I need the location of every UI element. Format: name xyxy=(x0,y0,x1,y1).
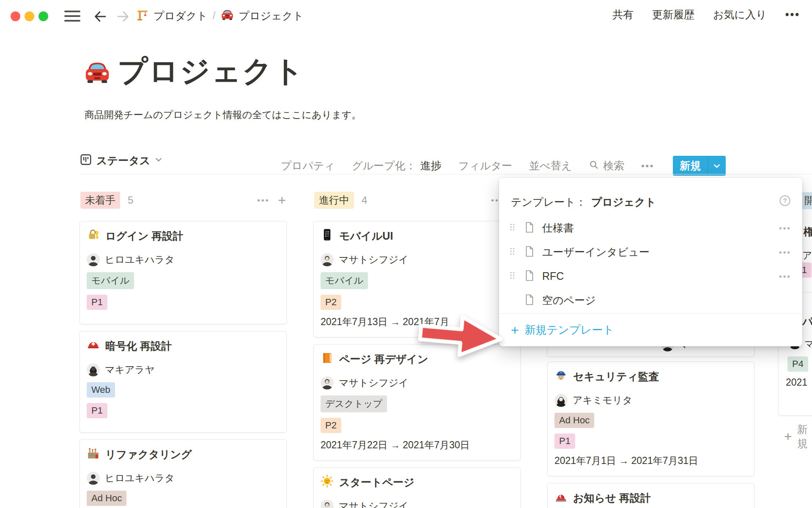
column-count: 5 xyxy=(128,194,133,206)
avatar xyxy=(87,253,100,266)
factory-icon xyxy=(87,447,100,462)
breadcrumb-label: プロダクト xyxy=(154,9,208,23)
card-title: モバイルUI xyxy=(339,229,393,243)
assignee-name: ヒロユキハラタ xyxy=(105,253,175,266)
lock-icon xyxy=(87,228,100,244)
zoom-window-button[interactable] xyxy=(38,11,48,21)
column-more-icon[interactable]: ••• xyxy=(257,196,269,205)
add-card-button[interactable]: + 新規 xyxy=(784,422,812,450)
board-card[interactable]: 暗号化 再設計 マキアラヤ Web P1 xyxy=(80,331,287,433)
avatar xyxy=(87,363,100,376)
tag: P4 xyxy=(787,356,808,372)
template-item-empty-page[interactable]: 空のページ xyxy=(499,288,802,312)
share-button[interactable]: 共有 xyxy=(612,8,634,22)
assignee-name: マサトシフジイ xyxy=(339,376,409,389)
group-by-button[interactable]: グループ化： 進捗 xyxy=(352,159,442,173)
column-status-badge[interactable]: 進行中 xyxy=(314,192,354,209)
chevron-down-icon xyxy=(154,155,163,166)
help-icon[interactable]: ? xyxy=(779,194,791,210)
tag: P2 xyxy=(321,418,341,433)
favorites-button[interactable]: お気に入り xyxy=(713,8,767,22)
tag: モバイル xyxy=(87,272,134,289)
mobile-phone-icon xyxy=(321,228,334,244)
forward-arrow-icon[interactable] xyxy=(115,8,131,26)
tag: モバイル xyxy=(321,272,368,289)
page-icon xyxy=(524,221,535,235)
more-icon[interactable]: ••• xyxy=(785,8,800,21)
breadcrumb-item-product[interactable]: プロダクト xyxy=(136,8,208,24)
card-title: お知らせ 再設計 xyxy=(573,491,651,505)
breadcrumb: プロダクト / プロジェクト xyxy=(136,8,304,24)
back-arrow-icon[interactable] xyxy=(92,8,108,26)
page-icon car-icon[interactable] xyxy=(83,58,112,88)
search-label: 検索 xyxy=(603,159,624,173)
column-add-icon[interactable]: + xyxy=(278,193,286,207)
avatar xyxy=(554,394,568,407)
card-title: ログイン 再設計 xyxy=(105,229,183,243)
tag: Web xyxy=(87,382,115,398)
board-icon xyxy=(80,153,92,168)
page-title: プロジェクト xyxy=(118,52,304,91)
drag-handle-icon[interactable] xyxy=(509,223,518,233)
search-icon xyxy=(589,160,599,172)
card-title: スタートページ xyxy=(339,475,414,489)
sort-button[interactable]: 並べ替え xyxy=(529,159,572,173)
divider xyxy=(80,174,812,174)
breadcrumb-label: プロジェクト xyxy=(239,9,304,23)
template-item-label: 空のページ xyxy=(542,293,596,307)
assignee-name: ヒロユキハラタ xyxy=(105,472,175,485)
item-more-icon[interactable]: ••• xyxy=(779,272,791,281)
template-item-label: RFC xyxy=(542,270,564,282)
filter-button[interactable]: フィルター xyxy=(458,159,512,173)
drag-handle-icon[interactable] xyxy=(509,271,518,282)
board-card[interactable]: リファクタリング ヒロユキハラタ Ad Hoc P1 xyxy=(80,439,287,508)
card-title-fragment: 権 xyxy=(804,225,812,239)
card-date-range: 2021年7月22日 → 2021年7月30日 xyxy=(321,439,513,452)
view-tab-status[interactable]: ステータス xyxy=(80,153,163,168)
new-template-button[interactable]: + 新規テンプレート xyxy=(499,313,802,346)
sidebar-toggle-icon[interactable] xyxy=(64,11,80,22)
board-card[interactable]: ログイン 再設計 ヒロユキハラタ モバイル P1 xyxy=(80,221,287,324)
page-icon xyxy=(524,294,535,307)
plus-icon: + xyxy=(784,430,792,443)
close-window-button[interactable] xyxy=(11,11,20,21)
toolbar-more-icon[interactable]: ••• xyxy=(641,161,654,171)
tag: Ad Hoc xyxy=(554,413,594,428)
item-more-icon[interactable]: ••• xyxy=(779,224,791,233)
updates-button[interactable]: 更新履歴 xyxy=(652,8,694,22)
item-more-icon[interactable]: ••• xyxy=(779,248,791,257)
new-button[interactable]: 新規 xyxy=(673,156,726,176)
template-item-user-interview[interactable]: ユーザーインタビュー ••• xyxy=(499,240,802,264)
minimize-window-button[interactable] xyxy=(25,11,34,21)
new-template-label: 新規テンプレート xyxy=(525,323,614,337)
assignee-name: マサトシフジイ xyxy=(339,253,409,266)
card-title: セキュリティ監査 xyxy=(573,370,659,384)
avatar xyxy=(321,500,334,508)
avatar xyxy=(321,253,334,266)
new-button-label[interactable]: 新規 xyxy=(673,156,708,176)
board-column-not-started: 未着手 5 ••• + ログイン 再設計 ヒロユキハラタ モバイル P1 暗号化… xyxy=(80,186,287,508)
card-title: リファクタリング xyxy=(105,447,192,461)
card-title: ページ 再デザイン xyxy=(339,352,428,366)
template-item-label: ユーザーインタビュー xyxy=(542,245,650,259)
board-card[interactable]: セキュリティ監査 アキミモリタ Ad Hoc P1 2021年7月1日 → 20… xyxy=(547,362,754,476)
tag: P1 xyxy=(554,433,575,449)
card-title: 暗号化 再設計 xyxy=(105,339,172,353)
properties-button[interactable]: プロパティ xyxy=(281,159,335,173)
search-button[interactable]: 検索 xyxy=(589,159,624,173)
template-menu-title-value: プロジェクト xyxy=(591,195,656,209)
template-item-spec[interactable]: 仕様書 ••• xyxy=(499,216,802,240)
tag: P1 xyxy=(87,295,107,310)
drag-handle-icon[interactable] xyxy=(509,247,518,257)
group-by-value: 進捗 xyxy=(420,159,442,173)
template-item-rfc[interactable]: RFC ••• xyxy=(499,264,802,288)
column-status-badge[interactable]: 未着手 xyxy=(80,192,120,209)
new-button-chevron-icon[interactable] xyxy=(708,156,726,176)
group-by-label: グループ化： xyxy=(352,159,416,173)
window-titlebar: プロダクト / プロジェクト 共有 更新履歴 お気に入り ••• xyxy=(0,0,812,32)
page-icon xyxy=(524,270,535,283)
board-card[interactable]: スタートページ マサトシフジイ xyxy=(313,467,521,508)
board-card[interactable]: お知らせ 再設計 xyxy=(547,483,754,508)
breadcrumb-item-project[interactable]: プロジェクト xyxy=(220,8,304,24)
template-menu-popup: テンプレート： プロジェクト ? 仕様書 ••• ユーザーインタビュー ••• … xyxy=(499,178,802,346)
